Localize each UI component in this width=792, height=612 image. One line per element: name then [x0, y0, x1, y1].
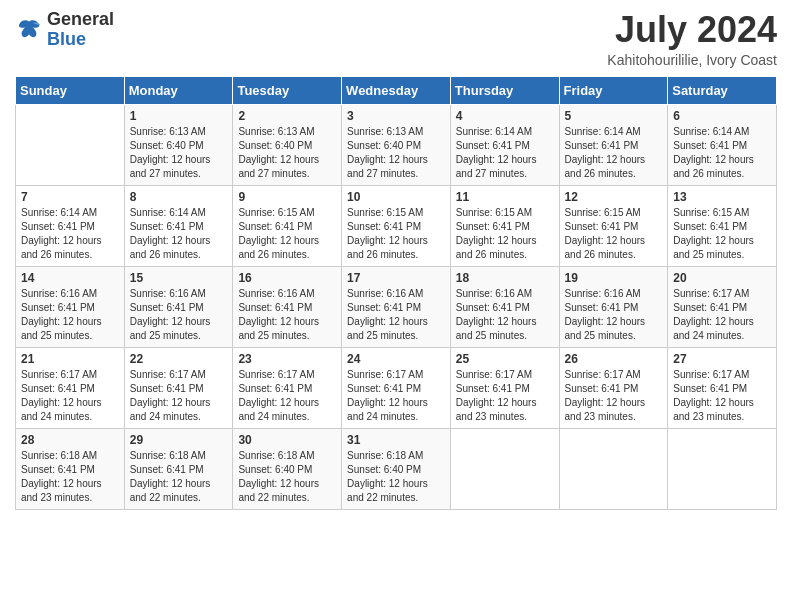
col-saturday: Saturday [668, 76, 777, 104]
table-row [450, 428, 559, 509]
day-number: 1 [130, 109, 228, 123]
day-number: 16 [238, 271, 336, 285]
table-row: 11Sunrise: 6:15 AM Sunset: 6:41 PM Dayli… [450, 185, 559, 266]
day-number: 27 [673, 352, 771, 366]
calendar-week-row: 14Sunrise: 6:16 AM Sunset: 6:41 PM Dayli… [16, 266, 777, 347]
day-info: Sunrise: 6:16 AM Sunset: 6:41 PM Dayligh… [347, 287, 445, 343]
table-row: 27Sunrise: 6:17 AM Sunset: 6:41 PM Dayli… [668, 347, 777, 428]
table-row: 5Sunrise: 6:14 AM Sunset: 6:41 PM Daylig… [559, 104, 668, 185]
day-info: Sunrise: 6:13 AM Sunset: 6:40 PM Dayligh… [238, 125, 336, 181]
col-friday: Friday [559, 76, 668, 104]
day-number: 8 [130, 190, 228, 204]
day-number: 30 [238, 433, 336, 447]
day-number: 23 [238, 352, 336, 366]
day-info: Sunrise: 6:17 AM Sunset: 6:41 PM Dayligh… [673, 368, 771, 424]
calendar-week-row: 1Sunrise: 6:13 AM Sunset: 6:40 PM Daylig… [16, 104, 777, 185]
table-row: 16Sunrise: 6:16 AM Sunset: 6:41 PM Dayli… [233, 266, 342, 347]
day-number: 2 [238, 109, 336, 123]
day-number: 29 [130, 433, 228, 447]
day-info: Sunrise: 6:18 AM Sunset: 6:40 PM Dayligh… [347, 449, 445, 505]
day-number: 17 [347, 271, 445, 285]
day-info: Sunrise: 6:15 AM Sunset: 6:41 PM Dayligh… [456, 206, 554, 262]
day-info: Sunrise: 6:14 AM Sunset: 6:41 PM Dayligh… [565, 125, 663, 181]
table-row: 20Sunrise: 6:17 AM Sunset: 6:41 PM Dayli… [668, 266, 777, 347]
calendar-header-row: Sunday Monday Tuesday Wednesday Thursday… [16, 76, 777, 104]
col-monday: Monday [124, 76, 233, 104]
day-number: 26 [565, 352, 663, 366]
day-info: Sunrise: 6:17 AM Sunset: 6:41 PM Dayligh… [21, 368, 119, 424]
day-number: 28 [21, 433, 119, 447]
table-row: 17Sunrise: 6:16 AM Sunset: 6:41 PM Dayli… [342, 266, 451, 347]
table-row: 24Sunrise: 6:17 AM Sunset: 6:41 PM Dayli… [342, 347, 451, 428]
day-number: 24 [347, 352, 445, 366]
day-info: Sunrise: 6:16 AM Sunset: 6:41 PM Dayligh… [456, 287, 554, 343]
day-info: Sunrise: 6:13 AM Sunset: 6:40 PM Dayligh… [347, 125, 445, 181]
table-row: 21Sunrise: 6:17 AM Sunset: 6:41 PM Dayli… [16, 347, 125, 428]
day-info: Sunrise: 6:14 AM Sunset: 6:41 PM Dayligh… [21, 206, 119, 262]
day-number: 18 [456, 271, 554, 285]
table-row: 28Sunrise: 6:18 AM Sunset: 6:41 PM Dayli… [16, 428, 125, 509]
table-row: 26Sunrise: 6:17 AM Sunset: 6:41 PM Dayli… [559, 347, 668, 428]
col-tuesday: Tuesday [233, 76, 342, 104]
logo-blue-text: Blue [47, 30, 114, 50]
day-info: Sunrise: 6:15 AM Sunset: 6:41 PM Dayligh… [673, 206, 771, 262]
day-info: Sunrise: 6:17 AM Sunset: 6:41 PM Dayligh… [673, 287, 771, 343]
day-number: 12 [565, 190, 663, 204]
calendar-table: Sunday Monday Tuesday Wednesday Thursday… [15, 76, 777, 510]
day-number: 14 [21, 271, 119, 285]
day-number: 3 [347, 109, 445, 123]
day-info: Sunrise: 6:16 AM Sunset: 6:41 PM Dayligh… [238, 287, 336, 343]
day-info: Sunrise: 6:18 AM Sunset: 6:41 PM Dayligh… [130, 449, 228, 505]
day-info: Sunrise: 6:16 AM Sunset: 6:41 PM Dayligh… [130, 287, 228, 343]
logo-icon [15, 16, 43, 44]
table-row: 22Sunrise: 6:17 AM Sunset: 6:41 PM Dayli… [124, 347, 233, 428]
page: General Blue July 2024 Kahitohourililie,… [0, 0, 792, 612]
day-number: 10 [347, 190, 445, 204]
title-block: July 2024 Kahitohourililie, Ivory Coast [607, 10, 777, 68]
day-number: 25 [456, 352, 554, 366]
table-row: 4Sunrise: 6:14 AM Sunset: 6:41 PM Daylig… [450, 104, 559, 185]
day-number: 6 [673, 109, 771, 123]
day-number: 15 [130, 271, 228, 285]
day-info: Sunrise: 6:17 AM Sunset: 6:41 PM Dayligh… [565, 368, 663, 424]
day-info: Sunrise: 6:13 AM Sunset: 6:40 PM Dayligh… [130, 125, 228, 181]
day-info: Sunrise: 6:18 AM Sunset: 6:40 PM Dayligh… [238, 449, 336, 505]
table-row: 1Sunrise: 6:13 AM Sunset: 6:40 PM Daylig… [124, 104, 233, 185]
day-number: 20 [673, 271, 771, 285]
table-row: 19Sunrise: 6:16 AM Sunset: 6:41 PM Dayli… [559, 266, 668, 347]
table-row: 13Sunrise: 6:15 AM Sunset: 6:41 PM Dayli… [668, 185, 777, 266]
day-info: Sunrise: 6:17 AM Sunset: 6:41 PM Dayligh… [347, 368, 445, 424]
day-number: 31 [347, 433, 445, 447]
day-number: 4 [456, 109, 554, 123]
table-row: 29Sunrise: 6:18 AM Sunset: 6:41 PM Dayli… [124, 428, 233, 509]
table-row: 18Sunrise: 6:16 AM Sunset: 6:41 PM Dayli… [450, 266, 559, 347]
day-info: Sunrise: 6:15 AM Sunset: 6:41 PM Dayligh… [565, 206, 663, 262]
day-number: 21 [21, 352, 119, 366]
table-row [559, 428, 668, 509]
table-row: 9Sunrise: 6:15 AM Sunset: 6:41 PM Daylig… [233, 185, 342, 266]
day-info: Sunrise: 6:17 AM Sunset: 6:41 PM Dayligh… [456, 368, 554, 424]
calendar-week-row: 28Sunrise: 6:18 AM Sunset: 6:41 PM Dayli… [16, 428, 777, 509]
table-row: 14Sunrise: 6:16 AM Sunset: 6:41 PM Dayli… [16, 266, 125, 347]
logo-general-text: General [47, 10, 114, 30]
table-row: 7Sunrise: 6:14 AM Sunset: 6:41 PM Daylig… [16, 185, 125, 266]
table-row: 31Sunrise: 6:18 AM Sunset: 6:40 PM Dayli… [342, 428, 451, 509]
month-title: July 2024 [607, 10, 777, 50]
col-sunday: Sunday [16, 76, 125, 104]
day-number: 11 [456, 190, 554, 204]
table-row: 8Sunrise: 6:14 AM Sunset: 6:41 PM Daylig… [124, 185, 233, 266]
logo-text: General Blue [47, 10, 114, 50]
table-row: 3Sunrise: 6:13 AM Sunset: 6:40 PM Daylig… [342, 104, 451, 185]
table-row [668, 428, 777, 509]
col-thursday: Thursday [450, 76, 559, 104]
table-row: 23Sunrise: 6:17 AM Sunset: 6:41 PM Dayli… [233, 347, 342, 428]
col-wednesday: Wednesday [342, 76, 451, 104]
table-row: 6Sunrise: 6:14 AM Sunset: 6:41 PM Daylig… [668, 104, 777, 185]
day-number: 19 [565, 271, 663, 285]
calendar-week-row: 21Sunrise: 6:17 AM Sunset: 6:41 PM Dayli… [16, 347, 777, 428]
day-info: Sunrise: 6:17 AM Sunset: 6:41 PM Dayligh… [238, 368, 336, 424]
day-info: Sunrise: 6:14 AM Sunset: 6:41 PM Dayligh… [456, 125, 554, 181]
header: General Blue July 2024 Kahitohourililie,… [15, 10, 777, 68]
table-row: 12Sunrise: 6:15 AM Sunset: 6:41 PM Dayli… [559, 185, 668, 266]
logo: General Blue [15, 10, 114, 50]
